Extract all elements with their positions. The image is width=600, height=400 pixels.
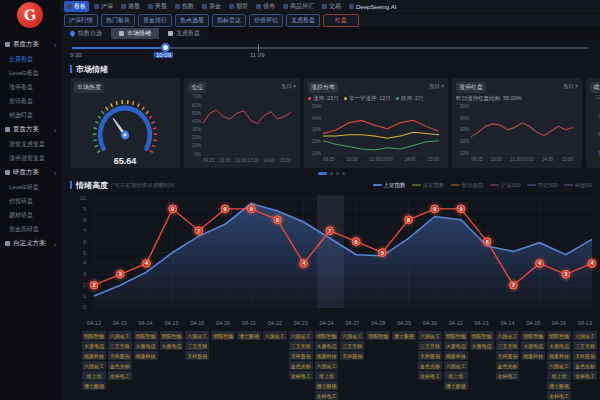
stock-name[interactable]: 明阳智能 — [211, 331, 235, 340]
stock-name[interactable]: 明阳智能 — [82, 331, 106, 340]
menu-item-债券[interactable]: 债券 — [253, 1, 278, 12]
stock-name[interactable]: 明阳智能 — [444, 331, 468, 340]
stock-name[interactable]: 大唐电信 — [82, 341, 106, 350]
stock-name[interactable]: 闻泰科技 — [521, 351, 545, 360]
stock-name[interactable]: 金杯电工 — [547, 391, 571, 400]
stock-name[interactable]: 蓝色光标 — [289, 361, 313, 370]
sidebar-group-研盘方案[interactable]: 研盘方案∨ — [0, 165, 62, 180]
menu-item-期货[interactable]: 期货 — [226, 1, 251, 12]
stock-name[interactable]: 博士眼镜 — [547, 381, 571, 390]
stock-name[interactable]: 蓝色光标 — [496, 361, 520, 370]
toolbar-button-red[interactable]: 红盘 — [323, 14, 359, 27]
stock-name[interactable]: 大唐电信 — [315, 341, 339, 350]
pagination-dot-1[interactable] — [330, 172, 333, 175]
stock-name[interactable]: 天科股份 — [573, 351, 597, 360]
stock-name[interactable]: 金杯电工 — [418, 371, 442, 380]
stock-name[interactable]: 煌上煌 — [82, 371, 106, 380]
toolbar-button-热门板块[interactable]: 热门板块 — [101, 14, 135, 27]
stock-name[interactable]: 大唐电信 — [160, 341, 184, 350]
toolbar-button-热点选股[interactable]: 热点选股 — [175, 14, 209, 27]
sidebar-item-涨停游资复盘[interactable]: 涨停游资复盘 — [0, 151, 62, 165]
stock-name[interactable]: 三五互联 — [573, 341, 597, 350]
stock-name[interactable]: 明阳智能 — [134, 331, 158, 340]
time-slider[interactable]: 9:30 10:09 11:09 — [70, 42, 592, 60]
stock-name[interactable]: 六国化工 — [444, 361, 468, 370]
stock-name[interactable]: 蓝色光标 — [108, 361, 132, 370]
stock-name[interactable]: 金杯电工 — [573, 371, 597, 380]
panel-distribution-range-select[interactable]: 当日 — [429, 83, 444, 90]
stock-name[interactable]: 天科股份 — [289, 351, 313, 360]
stock-name[interactable]: 三五互联 — [496, 341, 520, 350]
stock-name[interactable]: 六国化工 — [315, 361, 339, 370]
stock-name[interactable]: 六国化工 — [185, 331, 209, 340]
pagination-dot-3[interactable] — [342, 172, 345, 175]
stock-name[interactable]: 六国化工 — [573, 331, 597, 340]
stock-name[interactable]: 博士眼镜 — [237, 331, 261, 340]
toolbar-button-价值评估[interactable]: 价值评估 — [249, 14, 283, 27]
toolbar-button-龙虎看盘[interactable]: 龙虎看盘 — [286, 14, 320, 27]
stock-name[interactable]: 博士眼镜 — [444, 381, 468, 390]
sidebar-item-价投研盘[interactable]: 价投研盘 — [0, 194, 62, 208]
tab-指数自选[interactable]: 指数自选 — [62, 28, 110, 39]
stock-name[interactable]: 大唐电信 — [521, 341, 545, 350]
slider-handle[interactable] — [161, 43, 170, 52]
stock-name[interactable]: 明阳智能 — [470, 331, 494, 340]
legend-item-创业板指[interactable]: 创业板指 — [451, 182, 484, 189]
menu-item-指数[interactable]: 指数 — [172, 1, 197, 12]
sidebar-item-涨停看盘[interactable]: 涨停看盘 — [0, 80, 62, 94]
sidebar-item-精选盯盘[interactable]: 精选盯盘 — [0, 108, 62, 122]
stock-name[interactable]: 六国化工 — [418, 331, 442, 340]
legend-item-中证500[interactable]: 中证500 — [527, 182, 558, 189]
menu-item-沪深[interactable]: 沪深 — [91, 1, 116, 12]
stock-name[interactable]: 大唐电信 — [134, 341, 158, 350]
stock-name[interactable]: 六国化工 — [496, 331, 520, 340]
tab-龙虎看盘[interactable]: 龙虎看盘 — [160, 28, 208, 39]
stock-name[interactable]: 金杯电工 — [108, 371, 132, 380]
sidebar-item-资金面研盘[interactable]: 资金面研盘 — [0, 222, 62, 236]
tab-市场情绪[interactable]: 市场情绪 — [111, 28, 159, 39]
sidebar-item-题材研盘[interactable]: 题材研盘 — [0, 208, 62, 222]
stock-name[interactable]: 天科股份 — [185, 351, 209, 360]
legend-item-沪深300[interactable]: 沪深300 — [490, 182, 521, 189]
app-logo[interactable]: G — [0, 0, 60, 30]
stock-name[interactable]: 明阳智能 — [160, 331, 184, 340]
stock-name[interactable]: 明阳智能 — [315, 331, 339, 340]
stock-name[interactable]: 闻泰科技 — [315, 351, 339, 360]
menu-item-基金[interactable]: 基金 — [199, 1, 224, 12]
stock-name[interactable]: 大唐电信 — [444, 341, 468, 350]
stock-name[interactable]: 煌上煌 — [547, 371, 571, 380]
stock-name[interactable]: 大唐电信 — [470, 341, 494, 350]
stock-name[interactable]: 闻泰科技 — [82, 351, 106, 360]
stock-name[interactable]: 蓝色光标 — [418, 361, 442, 370]
pagination-dot-0[interactable] — [318, 172, 327, 175]
legend-item-上证指数[interactable]: 上证指数 — [373, 182, 406, 189]
stock-name[interactable]: 金杯电工 — [496, 371, 520, 380]
sidebar-item-游资龙虎复盘[interactable]: 游资龙虎复盘 — [0, 137, 62, 151]
toolbar-button-沪深行情[interactable]: 沪深行情 — [64, 14, 98, 27]
stock-name[interactable]: 天科股份 — [496, 351, 520, 360]
legend-item-涨停: 23只[interactable]: 涨停: 23只 — [308, 95, 339, 102]
stock-name[interactable]: 煌上煌 — [315, 371, 339, 380]
menu-item-看板[interactable]: 看板 — [64, 1, 89, 12]
stock-name[interactable]: 大唐电信 — [547, 341, 571, 350]
sidebar-item-Level2研盘[interactable]: Level2研盘 — [0, 180, 62, 194]
legend-item-非一字涨停: 12只[interactable]: 非一字涨停: 12只 — [344, 95, 391, 102]
sidebar-item-Level2看盘[interactable]: Level2看盘 — [0, 66, 62, 80]
panel-limit-red-range-select[interactable]: 当日 — [563, 83, 578, 90]
stock-name[interactable]: 三五互联 — [340, 341, 364, 350]
toolbar-button-指标雷达[interactable]: 指标雷达 — [212, 14, 246, 27]
legend-item-科创50[interactable]: 科创50 — [564, 182, 592, 189]
stock-name[interactable]: 蓝色光标 — [573, 361, 597, 370]
stock-name[interactable]: 闻泰科技 — [444, 351, 468, 360]
stock-name[interactable]: 六国化工 — [108, 331, 132, 340]
panels-pagination[interactable] — [62, 172, 600, 176]
stock-name[interactable]: 三五互联 — [289, 341, 313, 350]
stock-name[interactable]: 明阳智能 — [547, 331, 571, 340]
stock-name[interactable]: 六国化工 — [263, 331, 287, 340]
menu-item-商品外汇[interactable]: 商品外汇 — [280, 1, 317, 12]
stock-name[interactable]: 博士眼镜 — [315, 381, 339, 390]
stock-name[interactable]: 三五互联 — [185, 341, 209, 350]
menu-item-美股[interactable]: 美股 — [145, 1, 170, 12]
pagination-dot-2[interactable] — [336, 172, 339, 175]
menu-item-DeepSeeing.AI[interactable]: DeepSeeing.AI — [346, 3, 399, 11]
